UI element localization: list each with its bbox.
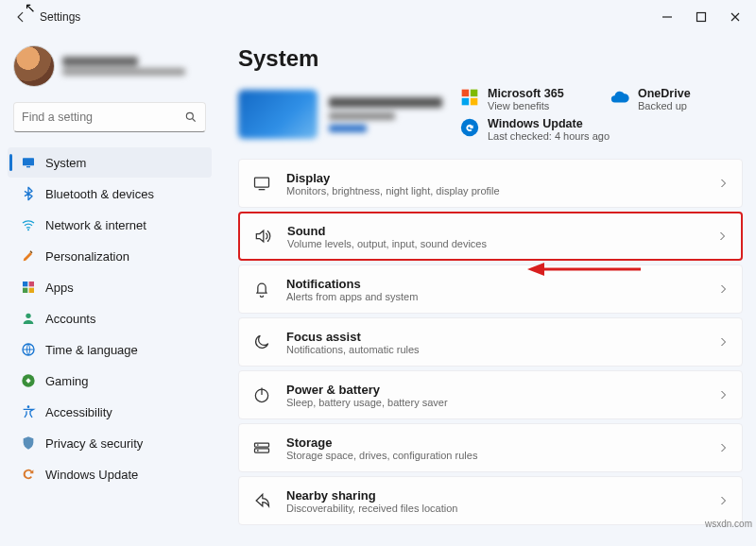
nav-label: Bluetooth & devices	[45, 187, 154, 201]
search-field[interactable]	[22, 111, 184, 124]
back-button[interactable]	[8, 4, 34, 30]
nav-label: Windows Update	[45, 468, 138, 482]
watermark: wsxdn.com	[705, 519, 752, 529]
row-storage[interactable]: StorageStorage space, drives, configurat…	[238, 423, 743, 472]
chevron-right-icon	[717, 283, 729, 295]
minimize-button[interactable]	[650, 4, 684, 30]
svg-point-11	[26, 314, 30, 318]
nav-bluetooth[interactable]: Bluetooth & devices	[8, 179, 212, 209]
row-nearby-sharing[interactable]: Nearby sharingDiscoverability, received …	[238, 476, 743, 525]
page-title: System	[238, 45, 743, 72]
row-title: Focus assist	[286, 330, 702, 344]
row-display[interactable]: DisplayMonitors, brightness, night light…	[238, 159, 743, 208]
update-cycle-icon	[459, 117, 480, 138]
nav-label: Privacy & security	[45, 436, 143, 451]
row-sound[interactable]: SoundVolume levels, output, input, sound…	[238, 212, 743, 261]
nav-system[interactable]: System	[8, 147, 212, 178]
close-button[interactable]	[718, 4, 752, 30]
svg-point-14	[27, 405, 30, 408]
titlebar: Settings	[0, 0, 756, 34]
microsoft-logo-icon	[459, 87, 480, 108]
nav-personalization[interactable]: Personalization	[8, 241, 212, 271]
svg-rect-16	[471, 90, 478, 97]
nav-privacy[interactable]: Privacy & security	[8, 428, 212, 458]
svg-rect-24	[255, 443, 269, 447]
row-title: Nearby sharing	[286, 488, 702, 503]
chevron-right-icon	[717, 336, 729, 348]
nav-accounts[interactable]: Accounts	[8, 303, 212, 333]
profile-text-blurred	[62, 57, 185, 76]
svg-rect-9	[23, 288, 27, 293]
gaming-icon	[21, 373, 36, 388]
nav-list: System Bluetooth & devices Network & int…	[8, 144, 212, 489]
person-icon	[21, 311, 36, 326]
row-power-battery[interactable]: Power & batterySleep, battery usage, bat…	[238, 370, 743, 419]
status-tiles: Microsoft 365View benefits OneDriveBacke…	[459, 87, 743, 142]
svg-point-19	[461, 119, 478, 136]
maximize-button[interactable]	[684, 4, 718, 30]
row-title: Sound	[287, 224, 701, 238]
nav-accessibility[interactable]: Accessibility	[8, 397, 212, 427]
settings-list: DisplayMonitors, brightness, night light…	[238, 159, 743, 525]
svg-point-26	[257, 444, 259, 446]
tile-microsoft-365[interactable]: Microsoft 365View benefits	[459, 87, 593, 111]
svg-rect-4	[23, 158, 34, 165]
apps-icon	[21, 280, 36, 295]
svg-rect-1	[697, 13, 706, 22]
brush-icon	[21, 248, 36, 264]
tile-sub: Last checked: 4 hours ago	[488, 130, 610, 142]
device-info-blurred[interactable]	[238, 87, 442, 142]
tile-title: Microsoft 365	[488, 87, 564, 100]
row-notifications[interactable]: NotificationsAlerts from apps and system	[238, 264, 743, 314]
row-sub: Alerts from apps and system	[286, 291, 702, 302]
main-content: System Microsoft 365View benefits OneDri…	[215, 34, 756, 546]
search-input[interactable]	[13, 102, 206, 132]
row-sub: Storage space, drives, configuration rul…	[286, 450, 702, 461]
nav-gaming[interactable]: Gaming	[8, 366, 212, 396]
svg-point-6	[27, 229, 29, 230]
sidebar: System Bluetooth & devices Network & int…	[0, 34, 215, 546]
tile-windows-update[interactable]: Windows UpdateLast checked: 4 hours ago	[459, 117, 743, 142]
row-title: Power & battery	[286, 383, 702, 397]
row-sub: Volume levels, output, input, sound devi…	[287, 238, 701, 249]
top-row: Microsoft 365View benefits OneDriveBacke…	[238, 87, 743, 142]
profile-block[interactable]	[8, 42, 212, 96]
svg-point-27	[257, 450, 259, 452]
storage-icon	[252, 438, 271, 457]
svg-rect-18	[471, 98, 478, 106]
chevron-right-icon	[717, 389, 729, 401]
svg-rect-15	[462, 90, 470, 97]
chevron-right-icon	[717, 178, 729, 189]
bluetooth-icon	[21, 186, 36, 201]
window-title: Settings	[40, 10, 80, 24]
svg-rect-20	[255, 178, 269, 187]
tile-onedrive[interactable]: OneDriveBacked up	[610, 87, 743, 111]
nav-apps[interactable]: Apps	[8, 272, 212, 302]
nav-windows-update[interactable]: Windows Update	[8, 459, 212, 489]
accessibility-icon	[21, 404, 36, 419]
tile-sub: View benefits	[488, 100, 564, 111]
nav-network[interactable]: Network & internet	[8, 210, 212, 240]
nav-time-language[interactable]: Time & language	[8, 334, 212, 365]
shield-icon	[21, 435, 36, 451]
nav-label: System	[45, 156, 86, 170]
avatar	[13, 45, 55, 87]
chevron-right-icon	[717, 442, 729, 453]
sound-icon	[253, 227, 272, 246]
svg-line-3	[193, 119, 196, 122]
nav-label: Personalization	[45, 249, 129, 264]
nav-label: Gaming	[45, 374, 89, 388]
share-icon	[252, 491, 271, 510]
nav-label: Time & language	[45, 343, 138, 357]
nav-label: Network & internet	[45, 218, 146, 232]
globe-icon	[21, 342, 36, 357]
nav-label: Accessibility	[45, 405, 112, 419]
row-focus-assist[interactable]: Focus assistNotifications, automatic rul…	[238, 317, 743, 367]
row-title: Display	[286, 171, 702, 185]
svg-rect-5	[26, 166, 30, 167]
row-sub: Monitors, brightness, night light, displ…	[286, 185, 702, 196]
display-icon	[252, 174, 271, 193]
cloud-icon	[610, 87, 630, 108]
wifi-icon	[21, 217, 36, 232]
chevron-right-icon	[716, 230, 728, 242]
